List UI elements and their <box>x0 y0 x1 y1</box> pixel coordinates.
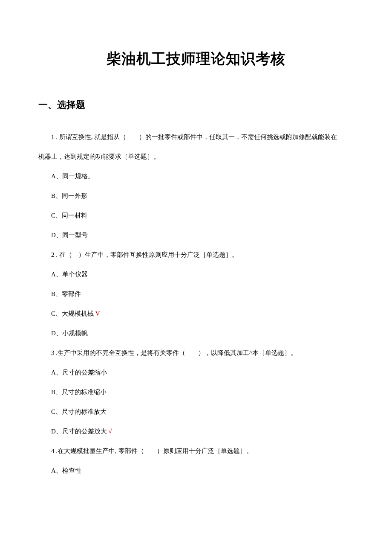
document-title: 柴油机工技师理论知识考核 <box>38 49 354 69</box>
question-1-option-b: B、同一外形 <box>38 189 354 202</box>
correct-mark-icon: √ <box>107 428 112 435</box>
question-3-option-d: D、尺寸的公差放大 √ <box>38 425 354 438</box>
question-2-option-c: C、大规模机械 V <box>38 307 354 320</box>
section-header: 一、选择题 <box>38 99 354 111</box>
correct-mark-icon: V <box>94 310 100 317</box>
option-d-text: D、尺寸的公差放大 <box>51 428 107 435</box>
question-2-option-d: D、小规模帆 <box>38 327 354 340</box>
question-3-option-c: C、尺寸的标准放大 <box>38 405 354 418</box>
question-3-option-a: A、尺寸的公差缩小 <box>38 366 354 379</box>
question-1-option-a: A、同一规格。 <box>38 170 354 183</box>
document-page: 柴油机工技师理论知识考核 一、选择题 1 . 所谓互换性, 就是指从（ ）的一批… <box>0 0 392 505</box>
question-2-text: 2 . 在（ ）生产中，零部件互换性原则应用十分广泛［单选题］。 <box>38 248 354 261</box>
question-1-option-c: C、同一材料 <box>38 209 354 222</box>
question-2-option-a: A、单个仪器 <box>38 268 354 281</box>
question-3-text: 3 .生产中采用的不完全互换性，是将有关零件（ ），以降低其加工^本［单选题］。 <box>38 346 354 359</box>
question-1-option-d: D、同一型号 <box>38 229 354 241</box>
question-1-line1: 1 . 所谓互换性, 就是指从（ ）的一批零件或部件中，任取其一，不需任何挑选或… <box>38 131 354 143</box>
question-3-option-b: B、尺寸的标准缩小 <box>38 386 354 398</box>
option-c-text: C、大规模机械 <box>51 310 94 317</box>
question-1-line2: 机器上，达到规定的功能要求［单选题］。 <box>38 150 354 163</box>
question-4-option-a: A、检查性 <box>38 464 354 477</box>
question-4-text: 4 .在大规模批量生产中, 零部件（ ）原则应用十分广泛［单选题］。 <box>38 445 354 457</box>
question-2-option-b: B、零部件 <box>38 288 354 300</box>
